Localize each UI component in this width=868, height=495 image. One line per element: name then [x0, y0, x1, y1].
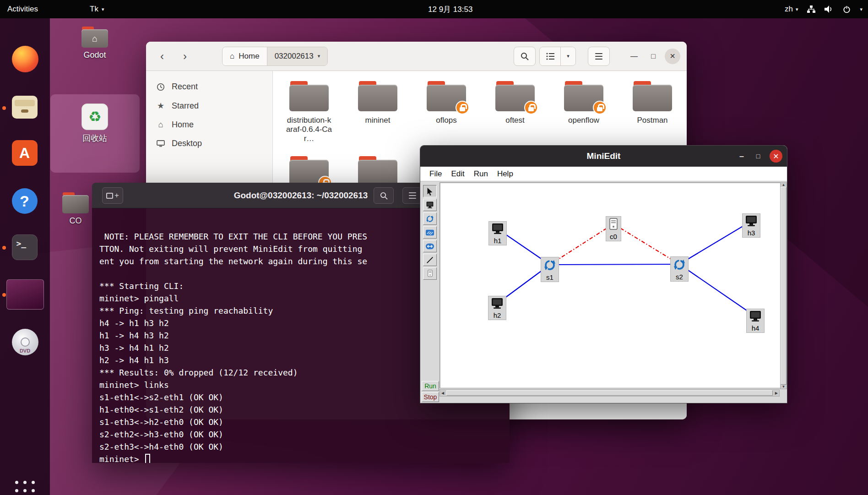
controller-tool[interactable]	[423, 267, 437, 280]
list-view-button[interactable]	[540, 47, 561, 65]
running-indicator	[2, 246, 6, 250]
folder-icon	[289, 81, 329, 111]
sidebar-item-home[interactable]: ⌂ Home	[146, 115, 272, 134]
show-applications-button[interactable]	[12, 477, 38, 495]
dock-software[interactable]: A	[12, 140, 38, 167]
close-button[interactable]: ×	[665, 49, 680, 64]
node-s1[interactable]: s1	[541, 257, 559, 282]
folder-mininet[interactable]: mininet	[347, 81, 408, 156]
language-label: zh	[785, 5, 793, 14]
vertical-scrollbar[interactable]: ▲ ▼	[780, 182, 787, 389]
folder-icon	[633, 81, 672, 111]
horizontal-scrollbar[interactable]: ◀ ▶	[439, 389, 780, 397]
netlink-tool[interactable]	[423, 254, 437, 266]
folder-name: oftest	[491, 116, 539, 125]
stop-button[interactable]: Stop	[422, 392, 439, 402]
minimize-button[interactable]: —	[626, 47, 642, 65]
folder-icon	[62, 192, 89, 213]
node-c0[interactable]: c0	[606, 216, 621, 241]
host-tool[interactable]	[423, 199, 437, 211]
dock-help[interactable]: ?	[12, 188, 38, 215]
desktop-icon-trash[interactable]: ♻ 回收站	[67, 103, 122, 144]
list-view-icon	[546, 53, 554, 60]
chevron-down-icon: ▾	[796, 6, 798, 12]
switch-icon	[426, 215, 434, 223]
app-menu-button[interactable]: Tk ▾	[90, 5, 104, 14]
folder-icon	[358, 81, 397, 111]
path-current-label: 032002613	[275, 52, 314, 61]
desktop-icon-godot[interactable]: ⌂ Godot	[67, 27, 122, 60]
dock-files[interactable]	[12, 94, 38, 120]
sidebar-item-recent[interactable]: Recent	[146, 77, 272, 96]
menu-button[interactable]	[588, 47, 610, 66]
folder-name: distribution-karaf-0.6.4-Car…	[285, 116, 333, 143]
lock-icon	[456, 101, 469, 114]
node-label: c0	[608, 233, 618, 240]
run-button[interactable]: Run	[422, 381, 439, 391]
terminal-search-button[interactable]	[374, 187, 394, 204]
language-indicator[interactable]: zh ▾	[785, 5, 798, 14]
path-bar: ⌂ Home 032002613 ▾	[222, 47, 328, 66]
search-button[interactable]	[514, 47, 536, 66]
node-h1[interactable]: h1	[488, 221, 507, 245]
node-s2[interactable]: s2	[670, 256, 689, 282]
dvd-disc-icon: DVD	[12, 329, 38, 355]
clock[interactable]: 12 9月 13:53	[428, 4, 472, 15]
link-s2-h4	[679, 264, 755, 316]
node-h3[interactable]: h3	[742, 213, 760, 238]
miniedit-client: Run Stop h1h2s1c0s2h3h4 ▲ ▼ ◀ ▶	[420, 181, 787, 403]
node-h4[interactable]: h4	[746, 309, 765, 333]
dock-dvd[interactable]: DVD	[12, 329, 38, 355]
dock: A ? >_ DVD	[0, 18, 50, 495]
search-icon	[380, 192, 388, 200]
sidebar-label: Desktop	[172, 139, 202, 148]
view-options-button[interactable]: ▾	[561, 47, 575, 65]
menu-file[interactable]: File	[425, 169, 446, 179]
scrollbar-thumb[interactable]	[446, 390, 773, 396]
lock-icon	[593, 101, 607, 114]
cursor-icon	[426, 187, 434, 196]
dock-window-preview[interactable]	[6, 279, 44, 306]
close-button[interactable]: ✕	[770, 150, 782, 163]
maximize-button[interactable]: □	[646, 47, 661, 65]
top-bar: Activities Tk ▾ 12 9月 13:53 zh ▾	[0, 0, 868, 18]
scroll-up-icon: ▲	[782, 183, 786, 187]
maximize-button[interactable]: □	[750, 146, 766, 167]
link-s1-s2	[550, 264, 679, 265]
folder-icon: ⌂	[81, 27, 108, 48]
dock-terminal[interactable]: >_	[12, 234, 38, 261]
node-label: h3	[745, 229, 758, 237]
activities-button[interactable]: Activities	[7, 5, 38, 14]
running-indicator	[2, 293, 6, 297]
miniedit-titlebar: MiniEdit – □ ✕	[420, 146, 787, 167]
link-c0-s2	[613, 224, 679, 264]
switch-tool[interactable]	[423, 212, 437, 225]
menu-edit[interactable]: Edit	[446, 169, 469, 179]
scrollbar-thumb[interactable]	[781, 187, 787, 385]
forward-button[interactable]: ›	[175, 47, 195, 65]
terminal-prompt-line: mininet>	[99, 453, 510, 463]
menu-run[interactable]: Run	[469, 169, 493, 179]
path-home-button[interactable]: ⌂ Home	[222, 47, 267, 65]
select-tool[interactable]	[423, 185, 437, 197]
folder-distribution-karaf[interactable]: distribution-karaf-0.6.4-Car…	[279, 81, 339, 156]
help-icon: ?	[12, 188, 38, 214]
system-indicators[interactable]: zh ▾	[785, 5, 863, 14]
dock-firefox[interactable]	[12, 46, 38, 72]
switch-icon	[543, 259, 556, 272]
desktop-icon	[156, 140, 165, 147]
path-current-button[interactable]: 032002613 ▾	[267, 47, 328, 65]
sidebar-item-starred[interactable]: ★ Starred	[146, 96, 272, 115]
node-h2[interactable]: h2	[488, 296, 506, 320]
back-button[interactable]: ‹	[152, 47, 172, 65]
minimize-button[interactable]: –	[734, 146, 749, 167]
legacy-switch-tool[interactable]	[423, 226, 437, 239]
miniedit-canvas[interactable]: h1h2s1c0s2h3h4	[439, 182, 781, 388]
sidebar-item-desktop[interactable]: Desktop	[146, 134, 272, 153]
legacy-router-tool[interactable]	[423, 240, 437, 252]
app-menu-label: Tk	[90, 5, 98, 14]
home-emblem-icon: ⌂	[81, 29, 108, 48]
node-label: h1	[491, 237, 504, 245]
clock-icon	[156, 83, 165, 91]
menu-help[interactable]: Help	[493, 169, 518, 179]
